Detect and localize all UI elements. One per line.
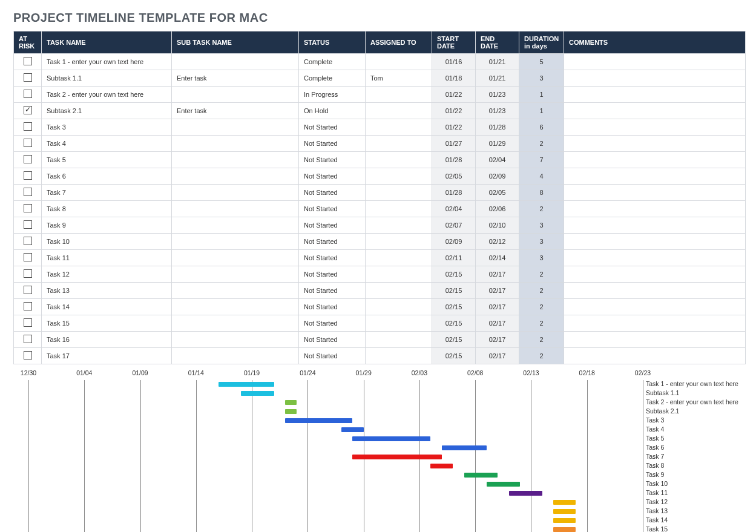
cell-start[interactable]: 02/15 bbox=[432, 299, 476, 315]
cell-task[interactable]: Task 3 bbox=[42, 119, 172, 136]
cell-status[interactable]: Not Started bbox=[299, 201, 366, 217]
cell-status[interactable]: Not Started bbox=[299, 168, 366, 185]
cell-assigned[interactable] bbox=[366, 250, 432, 266]
cell-end[interactable]: 01/23 bbox=[476, 103, 519, 119]
cell-start[interactable]: 01/27 bbox=[432, 136, 476, 152]
cell-duration[interactable]: 4 bbox=[519, 168, 564, 185]
cell-comments[interactable] bbox=[564, 201, 746, 217]
cell-task[interactable]: Task 14 bbox=[42, 299, 172, 315]
cell-status[interactable]: Complete bbox=[299, 54, 366, 70]
risk-checkbox[interactable] bbox=[24, 302, 32, 310]
cell-comments[interactable] bbox=[564, 70, 746, 87]
cell-assigned[interactable] bbox=[366, 332, 432, 348]
cell-subtask[interactable] bbox=[172, 217, 299, 234]
risk-checkbox[interactable] bbox=[24, 269, 32, 278]
cell-duration[interactable]: 2 bbox=[519, 299, 564, 315]
cell-task[interactable]: Task 10 bbox=[42, 234, 172, 250]
risk-checkbox[interactable] bbox=[24, 106, 32, 114]
cell-status[interactable]: Not Started bbox=[299, 315, 366, 332]
cell-end[interactable]: 01/29 bbox=[476, 136, 519, 152]
cell-status[interactable]: Not Started bbox=[299, 283, 366, 299]
cell-subtask[interactable]: Enter task bbox=[172, 103, 299, 119]
cell-comments[interactable] bbox=[564, 119, 746, 136]
cell-comments[interactable] bbox=[564, 234, 746, 250]
cell-assigned[interactable] bbox=[366, 201, 432, 217]
cell-start[interactable]: 02/15 bbox=[432, 315, 476, 332]
cell-task[interactable]: Subtask 2.1 bbox=[42, 103, 172, 119]
cell-subtask[interactable] bbox=[172, 250, 299, 266]
cell-start[interactable]: 01/18 bbox=[432, 70, 476, 87]
cell-end[interactable]: 02/17 bbox=[476, 299, 519, 315]
cell-end[interactable]: 02/12 bbox=[476, 234, 519, 250]
cell-duration[interactable]: 7 bbox=[519, 152, 564, 168]
cell-task[interactable]: Task 17 bbox=[42, 348, 172, 364]
cell-duration[interactable]: 2 bbox=[519, 201, 564, 217]
risk-checkbox[interactable] bbox=[24, 188, 32, 196]
cell-start[interactable]: 01/22 bbox=[432, 103, 476, 119]
cell-task[interactable]: Subtask 1.1 bbox=[42, 70, 172, 87]
cell-status[interactable]: Not Started bbox=[299, 152, 366, 168]
cell-start[interactable]: 02/05 bbox=[432, 168, 476, 185]
cell-assigned[interactable] bbox=[366, 234, 432, 250]
cell-comments[interactable] bbox=[564, 54, 746, 70]
cell-comments[interactable] bbox=[564, 185, 746, 201]
cell-duration[interactable]: 1 bbox=[519, 103, 564, 119]
cell-task[interactable]: Task 8 bbox=[42, 201, 172, 217]
cell-assigned[interactable] bbox=[366, 136, 432, 152]
cell-end[interactable]: 01/21 bbox=[476, 70, 519, 87]
cell-assigned[interactable] bbox=[366, 217, 432, 234]
cell-duration[interactable]: 2 bbox=[519, 332, 564, 348]
cell-duration[interactable]: 5 bbox=[519, 54, 564, 70]
cell-subtask[interactable] bbox=[172, 185, 299, 201]
cell-duration[interactable]: 6 bbox=[519, 119, 564, 136]
cell-comments[interactable] bbox=[564, 152, 746, 168]
risk-checkbox[interactable] bbox=[24, 171, 32, 180]
cell-comments[interactable] bbox=[564, 168, 746, 185]
cell-comments[interactable] bbox=[564, 348, 746, 364]
cell-status[interactable]: Not Started bbox=[299, 119, 366, 136]
cell-assigned[interactable] bbox=[366, 168, 432, 185]
cell-comments[interactable] bbox=[564, 103, 746, 119]
cell-assigned[interactable] bbox=[366, 185, 432, 201]
cell-duration[interactable]: 3 bbox=[519, 217, 564, 234]
cell-comments[interactable] bbox=[564, 315, 746, 332]
cell-subtask[interactable] bbox=[172, 266, 299, 283]
cell-start[interactable]: 01/28 bbox=[432, 152, 476, 168]
cell-comments[interactable] bbox=[564, 266, 746, 283]
cell-start[interactable]: 01/16 bbox=[432, 54, 476, 70]
risk-checkbox[interactable] bbox=[24, 237, 32, 245]
cell-end[interactable]: 02/17 bbox=[476, 315, 519, 332]
cell-subtask[interactable] bbox=[172, 234, 299, 250]
cell-start[interactable]: 02/04 bbox=[432, 201, 476, 217]
cell-comments[interactable] bbox=[564, 283, 746, 299]
cell-subtask[interactable] bbox=[172, 119, 299, 136]
risk-checkbox[interactable] bbox=[24, 220, 32, 229]
cell-subtask[interactable] bbox=[172, 283, 299, 299]
cell-task[interactable]: Task 5 bbox=[42, 152, 172, 168]
cell-assigned[interactable] bbox=[366, 87, 432, 103]
cell-duration[interactable]: 3 bbox=[519, 234, 564, 250]
cell-status[interactable]: Not Started bbox=[299, 332, 366, 348]
cell-task[interactable]: Task 1 - enter your own text here bbox=[42, 54, 172, 70]
risk-checkbox[interactable] bbox=[24, 204, 32, 212]
cell-end[interactable]: 01/28 bbox=[476, 119, 519, 136]
cell-assigned[interactable] bbox=[366, 283, 432, 299]
cell-task[interactable]: Task 9 bbox=[42, 217, 172, 234]
cell-status[interactable]: Not Started bbox=[299, 299, 366, 315]
risk-checkbox[interactable] bbox=[24, 122, 32, 131]
cell-subtask[interactable] bbox=[172, 136, 299, 152]
cell-duration[interactable]: 1 bbox=[519, 87, 564, 103]
cell-start[interactable]: 01/22 bbox=[432, 87, 476, 103]
cell-end[interactable]: 02/05 bbox=[476, 185, 519, 201]
cell-subtask[interactable] bbox=[172, 348, 299, 364]
cell-task[interactable]: Task 6 bbox=[42, 168, 172, 185]
cell-subtask[interactable] bbox=[172, 152, 299, 168]
cell-comments[interactable] bbox=[564, 217, 746, 234]
cell-duration[interactable]: 2 bbox=[519, 315, 564, 332]
cell-status[interactable]: Not Started bbox=[299, 250, 366, 266]
cell-duration[interactable]: 3 bbox=[519, 70, 564, 87]
cell-task[interactable]: Task 12 bbox=[42, 266, 172, 283]
cell-start[interactable]: 01/28 bbox=[432, 185, 476, 201]
cell-duration[interactable]: 2 bbox=[519, 136, 564, 152]
cell-assigned[interactable] bbox=[366, 152, 432, 168]
